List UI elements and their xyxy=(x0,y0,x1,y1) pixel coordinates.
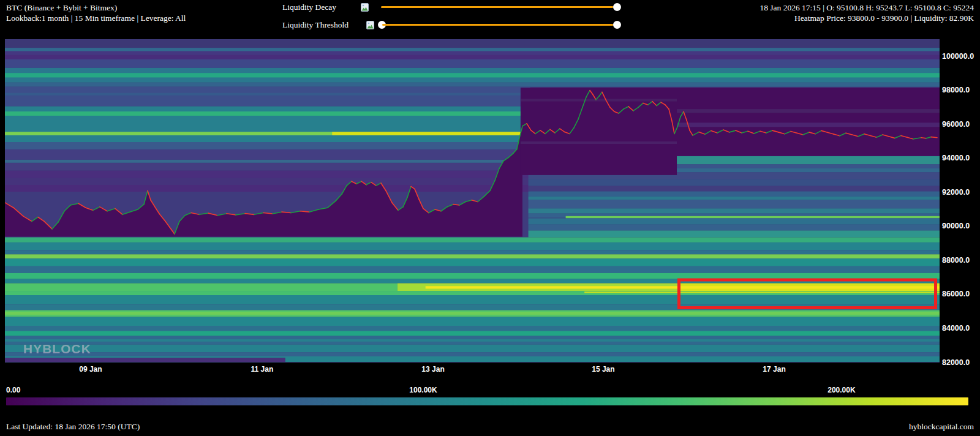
last-updated-text: Last Updated: 18 Jan 2026 17:50 (UTC) xyxy=(6,422,140,432)
x-tick-label: 11 Jan xyxy=(251,365,274,374)
image-icon xyxy=(366,21,374,32)
x-tick-label: 17 Jan xyxy=(763,365,785,374)
image-icon xyxy=(361,3,369,14)
y-tick-label: 84000.0 xyxy=(942,324,970,333)
colorbar-tick-label: 0.00 xyxy=(6,386,20,394)
y-tick-label: 86000.0 xyxy=(942,290,970,298)
y-tick-label: 98000.0 xyxy=(942,86,970,94)
liquidity-threshold-label: Liquidity Threshold xyxy=(282,20,349,30)
heatmap-canvas[interactable] xyxy=(5,39,940,363)
liquidity-decay-label: Liquidity Decay xyxy=(282,2,336,12)
y-tick-label: 92000.0 xyxy=(942,188,970,197)
liquidity-decay-slider-handle[interactable] xyxy=(613,3,621,11)
liquidity-decay-slider-track[interactable] xyxy=(381,6,617,8)
colorbar-labels: 0.00100.00K200.00K xyxy=(6,386,968,395)
y-tick-label: 96000.0 xyxy=(942,120,970,129)
colorbar-tick-label: 200.00K xyxy=(827,386,855,394)
site-link[interactable]: hyblockcapital.com xyxy=(909,422,974,432)
header-left: BTC (Binance + Bybit + Bitmex) Lookback:… xyxy=(6,2,186,23)
x-axis-date-labels: 09 Jan11 Jan13 Jan15 Jan17 Jan xyxy=(0,365,980,375)
symbol-title: BTC (Binance + Bybit + Bitmex) xyxy=(6,2,186,13)
liquidity-threshold-slider-track[interactable] xyxy=(382,24,617,26)
heatmap-plot-area[interactable] xyxy=(5,39,940,363)
x-tick-label: 09 Jan xyxy=(79,365,102,374)
settings-line: Lookback:1 month | 15 Min timeframe | Le… xyxy=(6,13,186,23)
liquidity-threshold-slider-handle-max[interactable] xyxy=(613,21,621,29)
watermark-logo: HYBLOCK xyxy=(23,342,91,356)
y-tick-label: 94000.0 xyxy=(942,154,970,162)
x-tick-label: 15 Jan xyxy=(592,365,614,374)
y-tick-label: 100000.0 xyxy=(942,52,974,61)
colorbar-tick-label: 100.00K xyxy=(409,386,437,394)
y-tick-label: 88000.0 xyxy=(942,256,970,265)
liquidity-colorbar xyxy=(6,397,968,405)
x-tick-label: 13 Jan xyxy=(421,365,444,374)
y-tick-label: 90000.0 xyxy=(942,222,970,230)
